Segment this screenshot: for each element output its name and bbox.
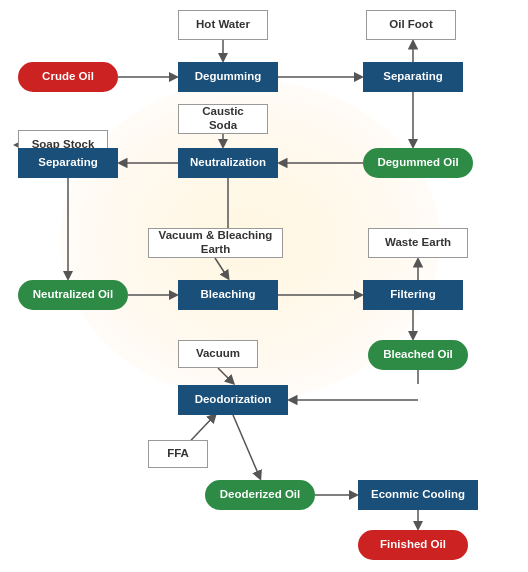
economic-cooling-node: Econmic Cooling — [358, 480, 478, 510]
filtering-label: Filtering — [390, 288, 435, 302]
deodorization-label: Deodorization — [195, 393, 272, 407]
ffa-label: FFA — [167, 447, 189, 461]
separating1-node: Separating — [363, 62, 463, 92]
deoderized-oil-node: Deoderized Oil — [205, 480, 315, 510]
neutralization-node: Neutralization — [178, 148, 278, 178]
oil-foot-label: Oil Foot — [389, 18, 432, 32]
vacuum-label: Vacuum — [196, 347, 240, 361]
crude-oil-node: Crude Oil — [18, 62, 118, 92]
bleached-oil-node: Bleached Oil — [368, 340, 468, 370]
separating1-label: Separating — [383, 70, 442, 84]
separating2-node: Separating — [18, 148, 118, 178]
waste-earth-label: Waste Earth — [385, 236, 451, 250]
vacuum-node: Vacuum — [178, 340, 258, 368]
crude-oil-label: Crude Oil — [42, 70, 94, 84]
vac-earth-node: Vacuum & Bleaching Earth — [148, 228, 283, 258]
finished-oil-node: Finished Oil — [358, 530, 468, 560]
degummed-oil-label: Degummed Oil — [377, 156, 458, 170]
separating2-label: Separating — [38, 156, 97, 170]
bleaching-node: Bleaching — [178, 280, 278, 310]
svg-line-20 — [233, 415, 260, 478]
deodorization-node: Deodorization — [178, 385, 288, 415]
neutralization-label: Neutralization — [190, 156, 266, 170]
caustic-soda-node: Caustic Soda — [178, 104, 268, 134]
degumming-node: Degumming — [178, 62, 278, 92]
neutralized-oil-label: Neutralized Oil — [33, 288, 114, 302]
vac-earth-label: Vacuum & Bleaching Earth — [157, 229, 274, 257]
finished-oil-label: Finished Oil — [380, 538, 446, 552]
waste-earth-node: Waste Earth — [368, 228, 468, 258]
deoderized-oil-label: Deoderized Oil — [220, 488, 301, 502]
degummed-oil-node: Degummed Oil — [363, 148, 473, 178]
svg-line-17 — [218, 368, 233, 383]
process-diagram: Crude Oil Hot Water Degumming Oil Foot S… — [0, 0, 528, 572]
ffa-node: FFA — [148, 440, 208, 468]
caustic-soda-label: Caustic Soda — [187, 105, 259, 133]
bleached-oil-label: Bleached Oil — [383, 348, 453, 362]
bleaching-label: Bleaching — [201, 288, 256, 302]
hot-water-node: Hot Water — [178, 10, 268, 40]
economic-cooling-label: Econmic Cooling — [371, 488, 465, 502]
degumming-label: Degumming — [195, 70, 261, 84]
hot-water-label: Hot Water — [196, 18, 250, 32]
neutralized-oil-node: Neutralized Oil — [18, 280, 128, 310]
svg-line-13 — [215, 258, 228, 278]
filtering-node: Filtering — [363, 280, 463, 310]
oil-foot-node: Oil Foot — [366, 10, 456, 40]
